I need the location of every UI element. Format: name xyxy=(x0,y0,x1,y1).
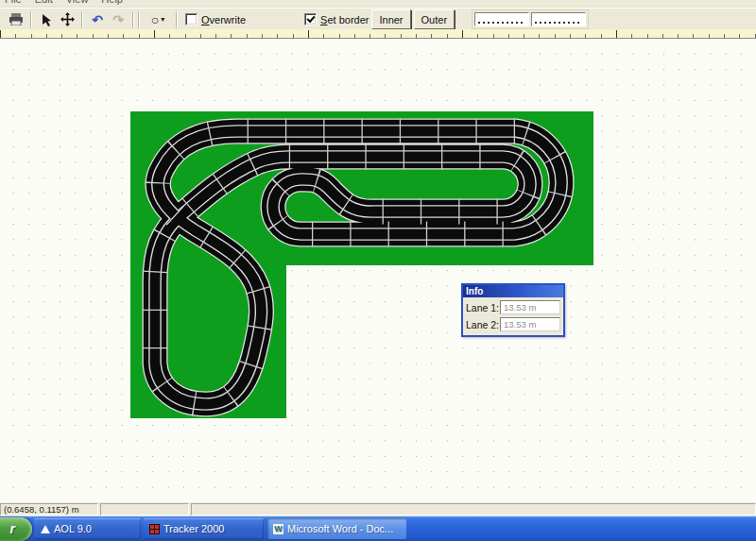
toolbar-separator xyxy=(30,11,32,28)
taskbar-button-label: AOL 9.0 xyxy=(54,523,92,534)
redo-icon: ↷ xyxy=(112,13,124,26)
lane2-label: Lane 2: xyxy=(466,319,500,330)
undo-button[interactable]: ↶ xyxy=(87,10,108,29)
overwrite-label: Overwrite xyxy=(201,14,246,25)
piece-preview-panel xyxy=(472,9,589,29)
info-window-titlebar[interactable]: Info xyxy=(463,285,563,297)
outer-border-button[interactable]: Outer xyxy=(414,9,455,29)
pointer-icon xyxy=(41,13,53,26)
toolbar-separator xyxy=(138,11,140,28)
piece-dots xyxy=(478,22,525,24)
tracker-2000-screen: File Edit View Help xyxy=(0,0,756,541)
toolbar: ↶ ↷ ○ ▾ Overwrite Set border Inner Outer xyxy=(0,8,756,30)
track-piece-preview[interactable] xyxy=(474,12,529,26)
track-layout[interactable] xyxy=(130,111,593,418)
cursor-coordinates: (0.6458, 0.1157) m xyxy=(0,503,98,516)
redo-button[interactable]: ↷ xyxy=(108,10,129,29)
undo-icon: ↶ xyxy=(92,13,103,26)
toolbar-separator xyxy=(81,11,83,28)
piece-dots xyxy=(535,22,582,24)
info-window[interactable]: Info Lane 1: 13.53 m Lane 2: 13.53 m xyxy=(461,283,565,337)
taskbar-button-label: Tracker 2000 xyxy=(163,523,224,534)
status-panel-3 xyxy=(191,503,756,516)
print-button[interactable] xyxy=(6,10,26,29)
inner-border-button[interactable]: Inner xyxy=(371,9,410,29)
taskbar-button-label: Microsoft Word - Doc... xyxy=(287,523,393,534)
menu-help[interactable]: Help xyxy=(101,0,123,5)
taskbar-button-tracker2000[interactable]: Tracker 2000 xyxy=(144,518,264,539)
lane2-row: Lane 2: 13.53 m xyxy=(466,317,560,331)
taskbar: r AOL 9.0 Tracker 2000 W Microsoft Word … xyxy=(0,516,756,541)
start-button[interactable]: r xyxy=(0,517,32,541)
taskbar-button-word[interactable]: W Microsoft Word - Doc... xyxy=(267,518,406,539)
printer-icon xyxy=(9,13,24,25)
lane1-row: Lane 1: 13.53 m xyxy=(466,300,560,314)
aol-icon xyxy=(40,524,50,534)
move-icon xyxy=(60,12,75,26)
design-canvas[interactable]: Info Lane 1: 13.53 m Lane 2: 13.53 m xyxy=(0,39,756,501)
overwrite-checkbox[interactable] xyxy=(185,13,198,25)
circle-icon: ○ xyxy=(151,13,159,26)
menubar: File Edit View Help xyxy=(0,0,756,8)
toolbar-separator xyxy=(132,11,134,28)
toolbar-separator xyxy=(176,11,178,28)
menu-edit[interactable]: Edit xyxy=(35,0,53,5)
menu-file[interactable]: File xyxy=(5,0,22,5)
lane2-length-field[interactable]: 13.53 m xyxy=(500,317,560,331)
select-tool-button[interactable] xyxy=(36,10,57,29)
status-panel-2 xyxy=(100,503,189,516)
statusbar: (0.6458, 0.1157) m xyxy=(0,501,756,516)
lane1-length-field[interactable]: 13.53 m xyxy=(500,300,560,314)
menu-view[interactable]: View xyxy=(66,0,89,5)
taskbar-button-aol[interactable]: AOL 9.0 xyxy=(34,518,141,539)
set-border-label: Set border xyxy=(320,14,369,25)
overwrite-option: Overwrite xyxy=(185,13,246,25)
tracker-2000-icon xyxy=(149,524,160,534)
lane1-label: Lane 1: xyxy=(466,302,500,313)
set-border-checkbox[interactable] xyxy=(304,13,317,25)
set-border-option: Set border xyxy=(304,13,369,25)
word-icon: W xyxy=(273,524,284,534)
curve-tool-dropdown[interactable]: ○ ▾ xyxy=(144,10,172,29)
horizontal-ruler xyxy=(0,29,756,39)
move-tool-button[interactable] xyxy=(57,10,77,29)
track-piece-preview[interactable] xyxy=(531,12,586,26)
chevron-down-icon: ▾ xyxy=(161,15,164,24)
